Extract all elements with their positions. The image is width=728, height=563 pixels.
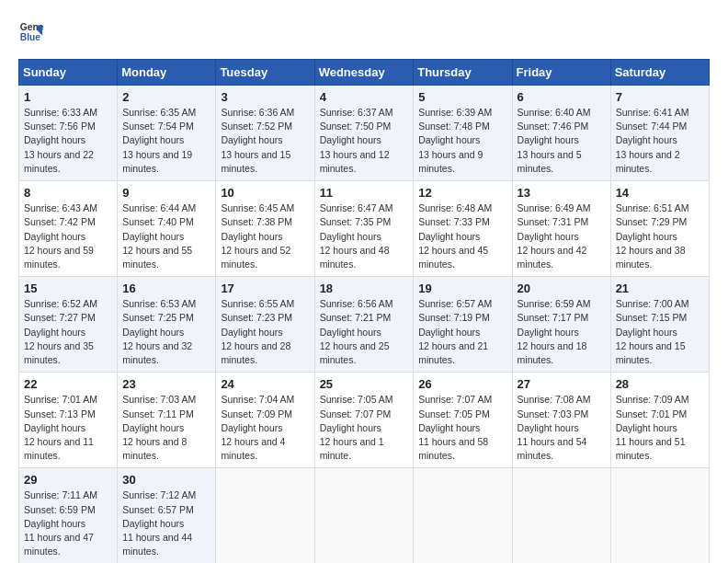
day-info: Sunrise: 6:49 AM Sunset: 7:31 PM Dayligh…: [518, 201, 606, 271]
table-row: 7 Sunrise: 6:41 AM Sunset: 7:44 PM Dayli…: [610, 86, 709, 181]
day-info: Sunrise: 6:52 AM Sunset: 7:27 PM Dayligh…: [24, 297, 112, 367]
day-info: Sunrise: 6:33 AM Sunset: 7:56 PM Dayligh…: [24, 106, 112, 176]
day-number: 12: [418, 186, 506, 200]
table-row: 1 Sunrise: 6:33 AM Sunset: 7:56 PM Dayli…: [19, 86, 118, 181]
day-number: 7: [616, 90, 704, 104]
day-info: Sunrise: 6:51 AM Sunset: 7:29 PM Dayligh…: [616, 201, 704, 271]
table-row: 5 Sunrise: 6:39 AM Sunset: 7:48 PM Dayli…: [414, 86, 512, 181]
table-row: [610, 468, 709, 563]
table-row: 11 Sunrise: 6:47 AM Sunset: 7:35 PM Dayl…: [314, 181, 414, 277]
day-info: Sunrise: 7:05 AM Sunset: 7:07 PM Dayligh…: [320, 393, 409, 463]
table-row: 30 Sunrise: 7:12 AM Sunset: 6:57 PM Dayl…: [118, 468, 216, 563]
day-info: Sunrise: 6:47 AM Sunset: 7:35 PM Dayligh…: [320, 201, 409, 271]
table-row: 18 Sunrise: 6:56 AM Sunset: 7:21 PM Dayl…: [314, 277, 414, 373]
day-number: 19: [418, 282, 506, 295]
day-number: 28: [616, 377, 704, 391]
day-number: 16: [122, 282, 210, 295]
table-row: 20 Sunrise: 6:59 AM Sunset: 7:17 PM Dayl…: [512, 277, 610, 373]
day-header-monday: Monday: [118, 60, 216, 86]
day-info: Sunrise: 7:07 AM Sunset: 7:05 PM Dayligh…: [418, 393, 506, 463]
table-row: 13 Sunrise: 6:49 AM Sunset: 7:31 PM Dayl…: [512, 181, 610, 277]
day-info: Sunrise: 7:11 AM Sunset: 6:59 PM Dayligh…: [24, 488, 112, 558]
day-number: 27: [518, 377, 606, 391]
table-row: [512, 468, 610, 563]
table-row: 2 Sunrise: 6:35 AM Sunset: 7:54 PM Dayli…: [118, 86, 216, 181]
table-row: 19 Sunrise: 6:57 AM Sunset: 7:19 PM Dayl…: [414, 277, 512, 373]
table-row: [414, 468, 512, 563]
day-number: 23: [122, 377, 210, 391]
day-number: 29: [24, 473, 112, 487]
day-info: Sunrise: 7:01 AM Sunset: 7:13 PM Dayligh…: [24, 393, 112, 463]
table-row: 3 Sunrise: 6:36 AM Sunset: 7:52 PM Dayli…: [216, 86, 314, 181]
table-row: 26 Sunrise: 7:07 AM Sunset: 7:05 PM Dayl…: [414, 373, 512, 468]
day-info: Sunrise: 6:56 AM Sunset: 7:21 PM Dayligh…: [320, 297, 409, 367]
day-number: 18: [320, 282, 409, 295]
day-info: Sunrise: 6:59 AM Sunset: 7:17 PM Dayligh…: [518, 297, 606, 367]
day-number: 30: [122, 473, 210, 487]
day-info: Sunrise: 6:39 AM Sunset: 7:48 PM Dayligh…: [418, 106, 506, 176]
day-info: Sunrise: 6:55 AM Sunset: 7:23 PM Dayligh…: [221, 297, 309, 367]
day-info: Sunrise: 6:57 AM Sunset: 7:19 PM Dayligh…: [418, 297, 506, 367]
table-row: [216, 468, 314, 563]
day-info: Sunrise: 7:04 AM Sunset: 7:09 PM Dayligh…: [221, 393, 309, 463]
day-header-thursday: Thursday: [414, 60, 512, 86]
day-number: 17: [221, 282, 309, 295]
day-header-wednesday: Wednesday: [314, 60, 414, 86]
table-row: 17 Sunrise: 6:55 AM Sunset: 7:23 PM Dayl…: [216, 277, 314, 373]
day-number: 4: [320, 90, 409, 104]
day-info: Sunrise: 7:03 AM Sunset: 7:11 PM Dayligh…: [122, 393, 210, 463]
day-number: 10: [221, 186, 309, 200]
day-number: 26: [418, 377, 506, 391]
day-header-sunday: Sunday: [19, 60, 118, 86]
calendar-table: SundayMondayTuesdayWednesdayThursdayFrid…: [18, 59, 710, 563]
day-number: 11: [320, 186, 409, 200]
table-row: 12 Sunrise: 6:48 AM Sunset: 7:33 PM Dayl…: [414, 181, 512, 277]
day-number: 22: [24, 377, 112, 391]
day-info: Sunrise: 6:43 AM Sunset: 7:42 PM Dayligh…: [24, 201, 112, 271]
table-row: 16 Sunrise: 6:53 AM Sunset: 7:25 PM Dayl…: [118, 277, 216, 373]
table-row: 27 Sunrise: 7:08 AM Sunset: 7:03 PM Dayl…: [512, 373, 610, 468]
table-row: 24 Sunrise: 7:04 AM Sunset: 7:09 PM Dayl…: [216, 373, 314, 468]
day-number: 13: [518, 186, 606, 200]
day-number: 6: [518, 90, 606, 104]
day-info: Sunrise: 7:09 AM Sunset: 7:01 PM Dayligh…: [616, 393, 704, 463]
table-row: 22 Sunrise: 7:01 AM Sunset: 7:13 PM Dayl…: [19, 373, 118, 468]
day-number: 21: [616, 282, 704, 295]
table-row: 8 Sunrise: 6:43 AM Sunset: 7:42 PM Dayli…: [19, 181, 118, 277]
day-number: 1: [24, 90, 112, 104]
day-number: 9: [122, 186, 210, 200]
table-row: 6 Sunrise: 6:40 AM Sunset: 7:46 PM Dayli…: [512, 86, 610, 181]
day-info: Sunrise: 6:40 AM Sunset: 7:46 PM Dayligh…: [518, 106, 606, 176]
day-info: Sunrise: 6:45 AM Sunset: 7:38 PM Dayligh…: [221, 201, 309, 271]
table-row: 21 Sunrise: 7:00 AM Sunset: 7:15 PM Dayl…: [610, 277, 709, 373]
day-number: 14: [616, 186, 704, 200]
day-info: Sunrise: 6:41 AM Sunset: 7:44 PM Dayligh…: [616, 106, 704, 176]
table-row: 9 Sunrise: 6:44 AM Sunset: 7:40 PM Dayli…: [118, 181, 216, 277]
table-row: 23 Sunrise: 7:03 AM Sunset: 7:11 PM Dayl…: [118, 373, 216, 468]
day-number: 8: [24, 186, 112, 200]
logo: General Blue: [18, 18, 48, 44]
table-row: 25 Sunrise: 7:05 AM Sunset: 7:07 PM Dayl…: [314, 373, 414, 468]
day-number: 24: [221, 377, 309, 391]
day-info: Sunrise: 7:08 AM Sunset: 7:03 PM Dayligh…: [518, 393, 606, 463]
day-info: Sunrise: 7:12 AM Sunset: 6:57 PM Dayligh…: [122, 488, 210, 558]
day-number: 3: [221, 90, 309, 104]
day-info: Sunrise: 6:36 AM Sunset: 7:52 PM Dayligh…: [221, 106, 309, 176]
svg-text:Blue: Blue: [20, 32, 41, 42]
table-row: 29 Sunrise: 7:11 AM Sunset: 6:59 PM Dayl…: [19, 468, 118, 563]
day-info: Sunrise: 6:44 AM Sunset: 7:40 PM Dayligh…: [122, 201, 210, 271]
day-info: Sunrise: 6:37 AM Sunset: 7:50 PM Dayligh…: [320, 106, 409, 176]
day-info: Sunrise: 7:00 AM Sunset: 7:15 PM Dayligh…: [616, 297, 704, 367]
day-header-saturday: Saturday: [610, 60, 709, 86]
table-row: 14 Sunrise: 6:51 AM Sunset: 7:29 PM Dayl…: [610, 181, 709, 277]
day-info: Sunrise: 6:48 AM Sunset: 7:33 PM Dayligh…: [418, 201, 506, 271]
table-row: 28 Sunrise: 7:09 AM Sunset: 7:01 PM Dayl…: [610, 373, 709, 468]
day-info: Sunrise: 6:53 AM Sunset: 7:25 PM Dayligh…: [122, 297, 210, 367]
table-row: 15 Sunrise: 6:52 AM Sunset: 7:27 PM Dayl…: [19, 277, 118, 373]
day-number: 20: [518, 282, 606, 295]
day-header-tuesday: Tuesday: [216, 60, 314, 86]
table-row: [314, 468, 414, 563]
day-number: 25: [320, 377, 409, 391]
day-info: Sunrise: 6:35 AM Sunset: 7:54 PM Dayligh…: [122, 106, 210, 176]
table-row: 4 Sunrise: 6:37 AM Sunset: 7:50 PM Dayli…: [314, 86, 414, 181]
